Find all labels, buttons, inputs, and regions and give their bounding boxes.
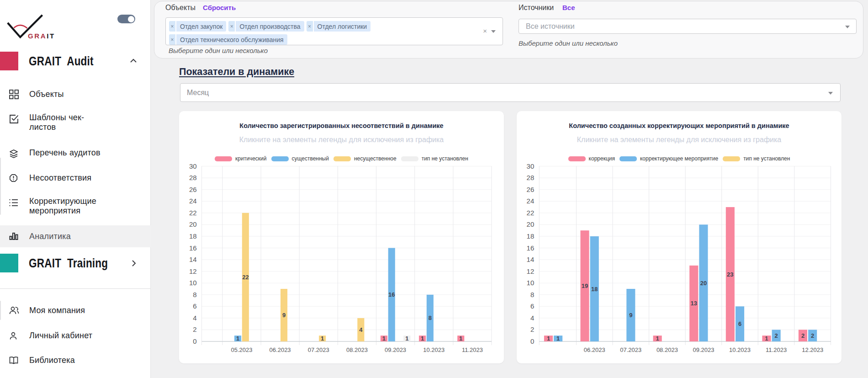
svg-text:0: 0 xyxy=(530,337,534,345)
svg-text:06.2023: 06.2023 xyxy=(270,346,291,353)
svg-text:11.2023: 11.2023 xyxy=(462,346,483,353)
svg-text:16: 16 xyxy=(388,291,395,298)
svg-text:19: 19 xyxy=(582,282,588,289)
svg-text:1: 1 xyxy=(556,335,560,342)
svg-text:07.2023: 07.2023 xyxy=(308,346,329,353)
svg-text:6: 6 xyxy=(530,302,534,310)
svg-text:20: 20 xyxy=(700,280,707,287)
svg-text:4: 4 xyxy=(359,326,363,333)
svg-text:24: 24 xyxy=(189,197,197,205)
svg-text:08.2023: 08.2023 xyxy=(346,346,368,353)
svg-text:12.2023: 12.2023 xyxy=(802,346,823,353)
svg-text:18: 18 xyxy=(527,232,535,240)
svg-text:18: 18 xyxy=(189,232,197,240)
svg-text:1: 1 xyxy=(421,335,424,342)
svg-text:6: 6 xyxy=(738,320,741,327)
svg-text:1: 1 xyxy=(459,335,462,342)
svg-text:2: 2 xyxy=(811,332,814,339)
svg-text:11.2023: 11.2023 xyxy=(766,346,787,353)
svg-text:09.2023: 09.2023 xyxy=(693,346,715,353)
svg-text:8: 8 xyxy=(530,291,534,298)
svg-text:20: 20 xyxy=(189,220,197,228)
svg-text:6: 6 xyxy=(193,302,196,310)
svg-text:06.2023: 06.2023 xyxy=(584,346,605,353)
svg-text:26: 26 xyxy=(527,186,535,193)
svg-text:0: 0 xyxy=(193,337,196,345)
svg-text:12: 12 xyxy=(189,267,197,275)
svg-text:22: 22 xyxy=(189,209,197,217)
svg-text:4: 4 xyxy=(193,314,196,322)
svg-text:8: 8 xyxy=(429,314,432,321)
svg-text:9: 9 xyxy=(629,312,632,319)
svg-text:30: 30 xyxy=(189,162,197,170)
svg-text:9: 9 xyxy=(282,312,286,319)
svg-text:28: 28 xyxy=(527,174,535,181)
svg-text:1: 1 xyxy=(656,335,659,342)
svg-text:12: 12 xyxy=(527,267,535,275)
svg-text:18: 18 xyxy=(591,286,598,293)
svg-text:1: 1 xyxy=(236,335,239,342)
svg-text:22: 22 xyxy=(242,274,249,281)
svg-text:GRAIT: GRAIT xyxy=(28,32,55,40)
svg-text:2: 2 xyxy=(801,332,804,339)
svg-text:2: 2 xyxy=(193,325,196,333)
svg-text:26: 26 xyxy=(189,186,197,193)
svg-text:14: 14 xyxy=(527,256,535,263)
svg-text:4: 4 xyxy=(530,314,534,322)
svg-text:13: 13 xyxy=(691,300,697,307)
svg-text:09.2023: 09.2023 xyxy=(385,346,406,353)
svg-text:10: 10 xyxy=(527,279,535,287)
svg-text:07.2023: 07.2023 xyxy=(620,346,641,353)
svg-text:05.2023: 05.2023 xyxy=(231,346,253,353)
svg-text:16: 16 xyxy=(527,244,535,252)
svg-text:23: 23 xyxy=(727,271,733,278)
svg-text:8: 8 xyxy=(193,291,196,298)
svg-text:10.2023: 10.2023 xyxy=(729,346,751,353)
svg-text:10: 10 xyxy=(189,279,197,287)
svg-text:1: 1 xyxy=(547,335,550,342)
svg-text:14: 14 xyxy=(189,256,197,263)
svg-text:10.2023: 10.2023 xyxy=(423,346,445,353)
svg-text:24: 24 xyxy=(527,197,535,205)
svg-text:1: 1 xyxy=(382,335,386,342)
svg-text:16: 16 xyxy=(189,244,197,252)
svg-text:1: 1 xyxy=(765,335,768,342)
svg-text:08.2023: 08.2023 xyxy=(656,346,678,353)
svg-text:22: 22 xyxy=(527,209,535,217)
svg-text:2: 2 xyxy=(530,325,534,333)
svg-text:1: 1 xyxy=(321,335,324,342)
svg-text:28: 28 xyxy=(189,174,197,181)
svg-text:1: 1 xyxy=(405,335,408,342)
svg-text:2: 2 xyxy=(774,332,778,339)
svg-text:20: 20 xyxy=(527,220,535,228)
svg-text:30: 30 xyxy=(527,162,535,170)
